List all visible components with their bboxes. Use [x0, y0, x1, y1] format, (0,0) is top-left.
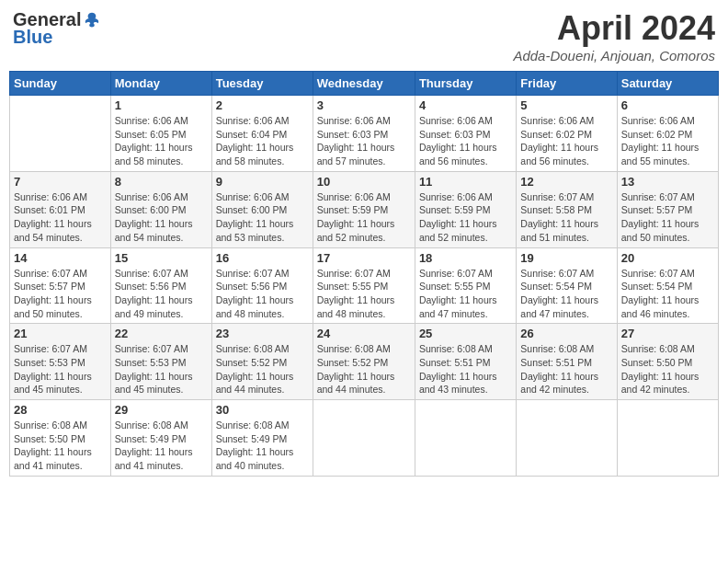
day-cell: 23Sunrise: 6:08 AMSunset: 5:52 PMDayligh… [211, 324, 313, 400]
day-info: Sunrise: 6:08 AMSunset: 5:50 PMDaylight:… [14, 419, 107, 473]
day-info: Sunrise: 6:08 AMSunset: 5:51 PMDaylight:… [520, 342, 612, 396]
day-number: 26 [520, 327, 612, 340]
day-info: Sunrise: 6:07 AMSunset: 5:57 PMDaylight:… [14, 267, 107, 321]
day-number: 3 [317, 98, 411, 112]
day-cell: 30Sunrise: 6:08 AMSunset: 5:49 PMDayligh… [211, 400, 313, 477]
day-info: Sunrise: 6:06 AMSunset: 6:02 PMDaylight:… [520, 114, 612, 168]
column-header-thursday: Thursday [415, 72, 516, 96]
day-number: 20 [621, 251, 714, 265]
day-info: Sunrise: 6:07 AMSunset: 5:55 PMDaylight:… [317, 267, 411, 321]
day-number: 24 [317, 327, 411, 340]
day-info: Sunrise: 6:07 AMSunset: 5:55 PMDaylight:… [419, 267, 512, 321]
week-row-1: 1Sunrise: 6:06 AMSunset: 6:05 PMDaylight… [10, 96, 719, 172]
day-info: Sunrise: 6:07 AMSunset: 5:56 PMDaylight:… [115, 267, 208, 321]
day-cell: 14Sunrise: 6:07 AMSunset: 5:57 PMDayligh… [10, 247, 111, 324]
day-info: Sunrise: 6:06 AMSunset: 6:01 PMDaylight:… [14, 190, 107, 245]
day-cell: 7Sunrise: 6:06 AMSunset: 6:01 PMDaylight… [10, 171, 111, 247]
column-header-tuesday: Tuesday [211, 72, 313, 96]
day-info: Sunrise: 6:07 AMSunset: 5:53 PMDaylight:… [14, 342, 107, 396]
day-number: 13 [621, 175, 714, 189]
day-number: 21 [14, 327, 107, 340]
location: Adda-Doueni, Anjouan, Comoros [513, 48, 715, 63]
day-number: 8 [115, 175, 208, 189]
day-info: Sunrise: 6:08 AMSunset: 5:49 PMDaylight:… [115, 419, 208, 473]
day-number: 11 [419, 175, 512, 189]
day-number: 5 [520, 98, 612, 112]
day-info: Sunrise: 6:08 AMSunset: 5:50 PMDaylight:… [621, 342, 714, 396]
day-cell: 18Sunrise: 6:07 AMSunset: 5:55 PMDayligh… [415, 247, 516, 324]
day-cell: 21Sunrise: 6:07 AMSunset: 5:53 PMDayligh… [10, 324, 111, 400]
day-number: 16 [216, 251, 309, 265]
day-info: Sunrise: 6:07 AMSunset: 5:57 PMDaylight:… [621, 190, 714, 245]
day-cell: 29Sunrise: 6:08 AMSunset: 5:49 PMDayligh… [110, 400, 211, 477]
day-number: 6 [621, 98, 714, 112]
week-row-2: 7Sunrise: 6:06 AMSunset: 6:01 PMDaylight… [10, 171, 719, 247]
day-cell [617, 400, 718, 477]
day-cell: 12Sunrise: 6:07 AMSunset: 5:58 PMDayligh… [517, 171, 617, 247]
day-cell: 2Sunrise: 6:06 AMSunset: 6:04 PMDaylight… [211, 96, 313, 172]
day-number: 19 [520, 251, 612, 265]
day-cell: 27Sunrise: 6:08 AMSunset: 5:50 PMDayligh… [617, 324, 718, 400]
week-row-4: 21Sunrise: 6:07 AMSunset: 5:53 PMDayligh… [10, 324, 719, 400]
day-cell: 6Sunrise: 6:06 AMSunset: 6:02 PMDaylight… [617, 96, 718, 172]
logo-blue: Blue [13, 27, 52, 48]
day-cell: 26Sunrise: 6:08 AMSunset: 5:51 PMDayligh… [517, 324, 617, 400]
day-cell: 5Sunrise: 6:06 AMSunset: 6:02 PMDaylight… [517, 96, 617, 172]
logo-bird-icon [83, 11, 101, 29]
day-number: 9 [216, 175, 309, 189]
day-info: Sunrise: 6:06 AMSunset: 6:00 PMDaylight:… [115, 190, 208, 245]
day-info: Sunrise: 6:08 AMSunset: 5:52 PMDaylight:… [216, 342, 309, 396]
day-info: Sunrise: 6:06 AMSunset: 6:03 PMDaylight:… [317, 114, 411, 168]
day-cell: 13Sunrise: 6:07 AMSunset: 5:57 PMDayligh… [617, 171, 718, 247]
day-number: 14 [14, 251, 107, 265]
day-info: Sunrise: 6:06 AMSunset: 5:59 PMDaylight:… [317, 190, 411, 245]
day-number: 23 [216, 327, 309, 340]
day-cell: 1Sunrise: 6:06 AMSunset: 6:05 PMDaylight… [110, 96, 211, 172]
day-info: Sunrise: 6:07 AMSunset: 5:58 PMDaylight:… [520, 190, 612, 245]
day-info: Sunrise: 6:08 AMSunset: 5:51 PMDaylight:… [419, 342, 512, 396]
day-cell: 8Sunrise: 6:06 AMSunset: 6:00 PMDaylight… [110, 171, 211, 247]
day-info: Sunrise: 6:07 AMSunset: 5:56 PMDaylight:… [216, 267, 309, 321]
day-info: Sunrise: 6:06 AMSunset: 5:59 PMDaylight:… [419, 190, 512, 245]
day-number: 10 [317, 175, 411, 189]
column-header-saturday: Saturday [617, 72, 718, 96]
day-number: 17 [317, 251, 411, 265]
column-header-sunday: Sunday [10, 72, 111, 96]
day-number: 18 [419, 251, 512, 265]
day-number: 29 [115, 403, 208, 417]
day-info: Sunrise: 6:06 AMSunset: 6:03 PMDaylight:… [419, 114, 512, 168]
day-cell: 24Sunrise: 6:08 AMSunset: 5:52 PMDayligh… [313, 324, 415, 400]
day-cell [517, 400, 617, 477]
day-cell [415, 400, 516, 477]
column-header-wednesday: Wednesday [313, 72, 415, 96]
day-number: 1 [115, 98, 208, 112]
page-header: General Blue April 2024 Adda-Doueni, Anj… [9, 9, 719, 63]
day-number: 2 [216, 98, 309, 112]
week-row-3: 14Sunrise: 6:07 AMSunset: 5:57 PMDayligh… [10, 247, 719, 324]
day-info: Sunrise: 6:07 AMSunset: 5:54 PMDaylight:… [621, 267, 714, 321]
day-cell: 16Sunrise: 6:07 AMSunset: 5:56 PMDayligh… [211, 247, 313, 324]
day-cell: 11Sunrise: 6:06 AMSunset: 5:59 PMDayligh… [415, 171, 516, 247]
day-number: 30 [216, 403, 309, 417]
day-cell: 3Sunrise: 6:06 AMSunset: 6:03 PMDaylight… [313, 96, 415, 172]
day-number: 22 [115, 327, 208, 340]
day-cell: 15Sunrise: 6:07 AMSunset: 5:56 PMDayligh… [110, 247, 211, 324]
day-number: 27 [621, 327, 714, 340]
day-info: Sunrise: 6:06 AMSunset: 6:00 PMDaylight:… [216, 190, 309, 245]
day-cell: 19Sunrise: 6:07 AMSunset: 5:54 PMDayligh… [517, 247, 617, 324]
day-number: 25 [419, 327, 512, 340]
day-cell: 20Sunrise: 6:07 AMSunset: 5:54 PMDayligh… [617, 247, 718, 324]
day-number: 4 [419, 98, 512, 112]
day-info: Sunrise: 6:07 AMSunset: 5:54 PMDaylight:… [520, 267, 612, 321]
day-number: 28 [14, 403, 107, 417]
day-cell: 28Sunrise: 6:08 AMSunset: 5:50 PMDayligh… [10, 400, 111, 477]
column-header-monday: Monday [110, 72, 211, 96]
day-info: Sunrise: 6:08 AMSunset: 5:52 PMDaylight:… [317, 342, 411, 396]
day-info: Sunrise: 6:06 AMSunset: 6:02 PMDaylight:… [621, 114, 714, 168]
day-number: 15 [115, 251, 208, 265]
week-row-5: 28Sunrise: 6:08 AMSunset: 5:50 PMDayligh… [10, 400, 719, 477]
calendar-table: SundayMondayTuesdayWednesdayThursdayFrid… [9, 71, 719, 477]
day-cell: 9Sunrise: 6:06 AMSunset: 6:00 PMDaylight… [211, 171, 313, 247]
day-info: Sunrise: 6:06 AMSunset: 6:05 PMDaylight:… [115, 114, 208, 168]
day-number: 12 [520, 175, 612, 189]
